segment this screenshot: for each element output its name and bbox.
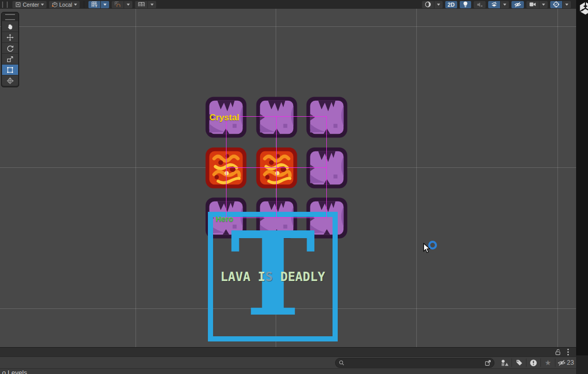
hidden-count: 23 — [567, 359, 574, 366]
rect-gizmo-center-h — [226, 167, 327, 168]
tools-overlay — [1, 12, 19, 87]
hand-tool-button[interactable] — [2, 21, 18, 32]
increment-snap-dropdown[interactable] — [148, 1, 156, 8]
search-icon — [339, 360, 344, 366]
grid-line — [0, 26, 576, 27]
crystal-object-label[interactable]: Crystal — [209, 113, 239, 123]
shading-mode-dropdown[interactable] — [434, 1, 443, 8]
camera-settings-button[interactable] — [526, 1, 539, 8]
overlay-grip[interactable] — [5, 14, 15, 20]
search-box — [335, 358, 494, 368]
chevron-down-icon — [565, 4, 568, 6]
chevron-down-icon — [503, 4, 506, 6]
hidden-eye-icon — [557, 360, 566, 366]
grid-line — [557, 9, 558, 347]
search-input[interactable] — [346, 359, 483, 366]
orientation-mode-label: Local — [59, 1, 72, 8]
chevron-down-icon — [41, 4, 44, 6]
hero-object-label[interactable]: Hero — [216, 214, 233, 223]
lava-warning-text[interactable]: LAVA IS DEADLY — [208, 270, 338, 284]
scale-tool-button[interactable] — [2, 54, 18, 64]
kebab-menu-icon[interactable] — [567, 349, 569, 355]
lighting-toggle-button[interactable] — [460, 1, 471, 8]
shapes-filter-icon — [501, 359, 509, 367]
axis-cube-icon — [52, 2, 58, 8]
light-bulb-icon — [462, 1, 469, 8]
grid-axis-label: Y — [95, 4, 97, 8]
move-tool-icon — [6, 34, 14, 41]
panel-content-row[interactable]: o Levels — [0, 368, 576, 374]
snap-to-grid-button[interactable] — [112, 1, 124, 8]
pivot-icon — [15, 2, 21, 8]
increment-snap-icon — [138, 1, 145, 8]
panel-toolbar: ★ 23 — [0, 356, 576, 368]
hidden-objects-button[interactable]: 23 — [555, 357, 576, 368]
star-icon: ★ — [545, 359, 551, 366]
shading-mode-button[interactable] — [422, 1, 434, 8]
magnet-snap-icon — [114, 1, 121, 8]
visibility-eye-icon — [514, 2, 521, 8]
rect-tool-icon — [6, 66, 14, 74]
grid-snap-icon: Y — [91, 1, 98, 8]
effects-icon — [491, 1, 497, 8]
chevron-down-icon — [542, 4, 545, 6]
right-edge-strip — [576, 0, 588, 374]
filter-by-label-button[interactable] — [512, 357, 526, 368]
gizmos-icon — [553, 1, 560, 8]
toolbar-separator — [84, 1, 84, 8]
toggle-2d-button[interactable]: 2D — [445, 1, 457, 8]
chevron-down-icon — [127, 4, 130, 6]
warning-text-right: DEADLY — [273, 270, 325, 284]
popout-icon[interactable] — [485, 360, 491, 366]
gizmos-dropdown[interactable] — [563, 1, 571, 8]
audio-toggle-button[interactable] — [474, 1, 486, 8]
scene-view[interactable]: T LAVA IS DEADLY Crystal Hero — [0, 9, 576, 347]
scale-tool-icon — [6, 55, 14, 63]
rotate-tool-icon — [6, 44, 14, 52]
effects-toggle-button[interactable] — [488, 1, 500, 8]
audio-mute-icon — [476, 2, 483, 8]
camera-icon — [529, 2, 536, 7]
chevron-down-icon — [150, 4, 154, 6]
shading-sphere-icon — [425, 1, 431, 8]
warning-text-behind: S — [265, 270, 273, 284]
scene-toolbar: Center Local Y — [0, 0, 576, 9]
transform-tool-icon — [6, 77, 14, 85]
chevron-down-icon — [103, 4, 107, 6]
gizmos-button[interactable] — [550, 1, 562, 8]
favorites-filter-button[interactable]: ★ — [541, 357, 555, 368]
move-tool-button[interactable] — [2, 32, 18, 42]
rotate-tool-button[interactable] — [2, 43, 18, 53]
filter-by-type-button[interactable] — [497, 357, 511, 368]
item-label: o Levels — [2, 369, 27, 374]
increment-snap-button[interactable] — [135, 1, 147, 8]
rect-tool-button[interactable] — [2, 65, 18, 75]
grid-line — [135, 9, 136, 347]
pivot-mode-label: Center — [23, 1, 39, 8]
effects-dropdown[interactable] — [501, 1, 509, 8]
alert-icon — [530, 359, 537, 367]
grid-snap-dropdown[interactable] — [101, 1, 109, 8]
transform-tool-button[interactable] — [2, 75, 18, 86]
panel-tab-bar — [0, 347, 576, 356]
camera-settings-dropdown[interactable] — [539, 1, 548, 8]
unity-editor-window: Center Local Y — [0, 0, 588, 374]
pivot-mode-button[interactable]: Center — [12, 1, 47, 8]
grid-snap-toggle-button[interactable]: Y — [88, 1, 100, 8]
chevron-down-icon — [74, 4, 77, 6]
snap-to-grid-dropdown[interactable] — [124, 1, 132, 8]
toolbar-grip[interactable] — [2, 2, 8, 8]
cursor-arrow-icon — [423, 243, 431, 254]
mode-2d-label: 2D — [448, 1, 455, 8]
unity-logo-icon — [578, 1, 588, 15]
grid-line — [416, 9, 417, 347]
edge-lower-block — [576, 355, 588, 374]
chevron-down-icon — [437, 4, 440, 6]
warning-text-left: LAVA I — [220, 270, 265, 284]
scene-visibility-button[interactable] — [511, 1, 524, 8]
orientation-mode-button[interactable]: Local — [49, 1, 80, 8]
hand-tool-icon — [6, 23, 14, 30]
alert-filter-button[interactable] — [526, 357, 540, 368]
tag-icon — [516, 359, 523, 366]
lock-icon[interactable] — [554, 349, 561, 355]
